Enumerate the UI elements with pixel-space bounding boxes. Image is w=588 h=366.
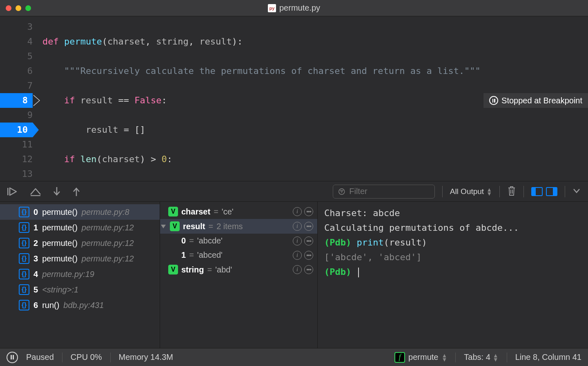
traffic-lights <box>0 5 31 11</box>
zoom-window-button[interactable] <box>25 5 31 11</box>
variable-name: 1 <box>181 250 186 260</box>
stack-frame[interactable]: {} 2 permute() permute.py:12 <box>0 235 160 251</box>
function-icon: f <box>394 352 405 363</box>
title-text: permute.py <box>279 3 320 13</box>
code-editor[interactable]: 3 4 5 6 7 8 9 10 11 12 13 def permute(ch… <box>0 16 588 181</box>
stack-frame[interactable]: {} 3 permute() permute.py:12 <box>0 251 160 266</box>
variable-value: 'abd' <box>215 265 232 274</box>
stepper-icon: ▲▼ <box>441 353 447 362</box>
info-icon[interactable]: i <box>293 265 302 274</box>
frame-index: 4 <box>33 270 38 279</box>
more-icon[interactable]: ••• <box>304 237 313 245</box>
step-over-button[interactable] <box>29 187 42 196</box>
info-icon[interactable]: i <box>293 251 302 260</box>
continue-button[interactable] <box>7 187 19 196</box>
divider <box>455 353 456 362</box>
equals: = <box>208 222 213 231</box>
breakpoint-stopped-badge: Stopped at Breakpoint <box>483 93 588 108</box>
frame-location: permute.py:12 <box>82 239 134 248</box>
frame-index: 6 <box>33 301 38 310</box>
variable-row[interactable]: V string = 'abd' i ••• <box>160 262 317 277</box>
variable-name: result <box>183 222 205 231</box>
function-name: permute <box>408 353 438 362</box>
svg-rect-0 <box>7 188 9 195</box>
equals: = <box>214 207 218 216</box>
frame-location: <string>:1 <box>42 285 78 295</box>
frame-icon: {} <box>19 253 29 264</box>
pdb-prompt: (Pdb) <box>324 267 356 277</box>
cursor <box>358 268 359 277</box>
frame-function: permute() <box>42 254 78 263</box>
show-left-pane-button[interactable] <box>531 187 543 196</box>
minimize-window-button[interactable] <box>16 5 21 11</box>
console-pane[interactable]: Charset: abcde Calculating permutations … <box>318 202 588 348</box>
filter-input-container[interactable] <box>333 185 435 199</box>
more-icon[interactable]: ••• <box>304 265 313 274</box>
frame-location: permute.py:12 <box>82 254 134 263</box>
variable-value: 'abcde' <box>197 236 223 245</box>
variable-icon: V <box>170 221 180 231</box>
variable-row[interactable]: V result = 2 items i ••• <box>160 219 317 234</box>
info-icon[interactable]: i <box>293 207 302 216</box>
divider <box>565 186 565 197</box>
frame-function: permute() <box>42 208 78 217</box>
clear-console-button[interactable] <box>507 185 516 198</box>
breakpoint-marker-current[interactable]: 8 <box>0 93 33 108</box>
debug-area: All Output ▲▼ <box>0 181 588 348</box>
step-out-button[interactable] <box>72 186 81 197</box>
frame-icon: {} <box>19 207 29 217</box>
info-icon[interactable]: i <box>293 237 302 245</box>
line-number: 11 <box>0 137 33 152</box>
variable-summary: 2 items <box>216 222 243 231</box>
pdb-prompt: (Pdb) <box>324 237 356 248</box>
call-stack-pane[interactable]: {} 0 permute() permute.py:8 {} 1 permute… <box>0 202 160 348</box>
show-right-pane-button[interactable] <box>546 187 557 196</box>
console-command-args: (result) <box>384 237 427 248</box>
variable-row[interactable]: 1 = 'abced' i ••• <box>160 248 317 262</box>
frame-index: 1 <box>33 223 38 232</box>
more-options-button[interactable] <box>572 188 581 195</box>
tabs-setting[interactable]: Tabs: 4 ▲▼ <box>464 353 498 362</box>
stack-frame[interactable]: {} 5 <string>:1 <box>0 282 160 297</box>
variable-row[interactable]: V charset = 'ce' i ••• <box>160 204 317 219</box>
disclosure-triangle-icon[interactable] <box>161 225 166 228</box>
ide-window: py permute.py 3 4 5 6 7 8 9 10 11 12 13 … <box>0 0 588 366</box>
console-command: print <box>356 237 383 248</box>
console-input-line[interactable]: (Pdb) <box>324 265 581 279</box>
output-filter-selector[interactable]: All Output ▲▼ <box>450 187 492 196</box>
variable-row[interactable]: 0 = 'abcde' i ••• <box>160 234 317 248</box>
console-output-line: Calculating permutations of abcde... <box>324 221 581 235</box>
function-context[interactable]: f permute ▲▼ <box>394 352 447 363</box>
breakpoint-marker[interactable]: 10 <box>0 123 33 137</box>
filter-input[interactable] <box>349 187 429 196</box>
line-number: 6 <box>0 64 33 78</box>
stack-frame[interactable]: {} 1 permute() permute.py:12 <box>0 220 160 235</box>
stepper-icon: ▲▼ <box>493 353 499 362</box>
step-into-button[interactable] <box>52 186 61 197</box>
equals: = <box>189 236 194 245</box>
frame-index: 2 <box>33 239 38 248</box>
variable-name: charset <box>181 207 210 216</box>
stack-frame[interactable]: {} 0 permute() permute.py:8 <box>0 204 160 220</box>
output-filter-label: All Output <box>450 187 484 196</box>
stack-frame[interactable]: {} 6 run() bdb.py:431 <box>0 297 160 313</box>
tabs-label: Tabs: 4 <box>464 353 490 362</box>
frame-location: permute.py:12 <box>82 223 134 232</box>
frame-location: permute.py:8 <box>82 208 129 217</box>
more-icon[interactable]: ••• <box>304 251 313 260</box>
more-icon[interactable]: ••• <box>304 207 313 216</box>
frame-function: permute() <box>42 239 78 248</box>
more-icon[interactable]: ••• <box>304 222 313 231</box>
variables-pane[interactable]: V charset = 'ce' i ••• V result = 2 item… <box>160 202 318 348</box>
console-output-line: Charset: abcde <box>324 206 581 221</box>
frame-index: 5 <box>33 285 38 295</box>
frame-index: 0 <box>33 208 38 217</box>
frame-icon: {} <box>19 300 29 310</box>
gutter[interactable]: 3 4 5 6 7 8 9 10 11 12 13 <box>0 16 38 181</box>
close-window-button[interactable] <box>6 5 11 11</box>
titlebar: py permute.py <box>0 0 588 16</box>
paused-label: Paused <box>26 353 54 362</box>
info-icon[interactable]: i <box>293 222 302 231</box>
svg-marker-1 <box>10 188 16 195</box>
stack-frame[interactable]: {} 4 permute.py:19 <box>0 266 160 282</box>
